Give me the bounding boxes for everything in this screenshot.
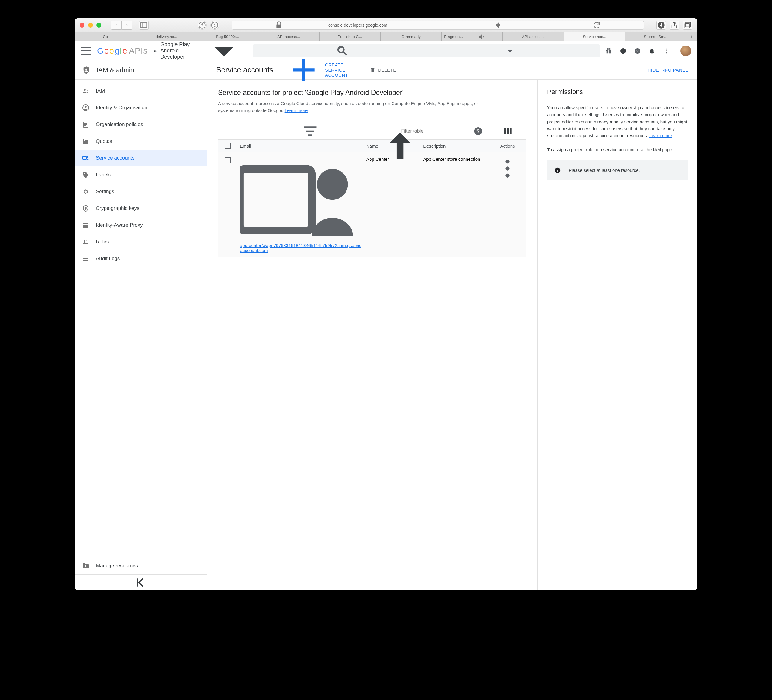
row-actions-button[interactable] bbox=[496, 157, 520, 180]
browser-tab[interactable]: delivery.ac... bbox=[136, 32, 197, 41]
tabs-button[interactable] bbox=[683, 21, 692, 29]
window-minimize-button[interactable] bbox=[88, 23, 93, 28]
collapse-sidebar-button[interactable] bbox=[75, 574, 207, 590]
row-checkbox[interactable] bbox=[225, 157, 231, 163]
sidebar-item-identity-aware-proxy[interactable]: Identity-Aware Proxy bbox=[75, 217, 207, 234]
svg-rect-0 bbox=[141, 23, 147, 27]
learn-more-link[interactable]: Learn more bbox=[649, 133, 672, 138]
sidebar-item-organisation-policies[interactable]: Organisation policies bbox=[75, 116, 207, 133]
gift-icon[interactable] bbox=[605, 47, 612, 54]
browser-tab[interactable]: API access... bbox=[503, 32, 564, 41]
user-avatar[interactable] bbox=[680, 46, 691, 56]
shield-icon bbox=[82, 66, 90, 74]
sidebar-header: IAM & admin bbox=[75, 61, 207, 80]
svg-text:?: ? bbox=[476, 128, 480, 134]
svg-rect-20 bbox=[623, 49, 623, 51]
svg-text:?: ? bbox=[636, 49, 639, 53]
sidebar-item-iam[interactable]: IAM bbox=[75, 83, 207, 100]
column-header-actions: Actions bbox=[496, 144, 520, 149]
svg-point-11 bbox=[154, 51, 155, 52]
share-button[interactable] bbox=[670, 21, 679, 29]
column-header-description[interactable]: Description bbox=[423, 144, 496, 149]
svg-point-5 bbox=[214, 26, 215, 27]
alert-box: Please select at least one resource. bbox=[547, 160, 687, 180]
notifications-icon[interactable] bbox=[649, 47, 655, 54]
project-icon bbox=[154, 48, 157, 54]
sidebar-item-label: Settings bbox=[96, 189, 114, 195]
more-icon[interactable] bbox=[663, 47, 670, 54]
sidebar-toggle-button[interactable] bbox=[139, 21, 149, 29]
sidebar-item-identity-organisation[interactable]: Identity & Organisation bbox=[75, 100, 207, 116]
gear-icon bbox=[82, 188, 89, 195]
sidebar-item-label: IAM bbox=[96, 88, 105, 94]
manage-resources-link[interactable]: Manage resources bbox=[75, 558, 207, 574]
downloads-button[interactable] bbox=[656, 21, 666, 29]
sidebar-item-settings[interactable]: Settings bbox=[75, 183, 207, 200]
learn-more-link[interactable]: Learn more bbox=[285, 108, 308, 113]
select-all-checkbox[interactable] bbox=[225, 143, 231, 149]
reload-icon[interactable] bbox=[550, 21, 644, 29]
browser-tab[interactable]: Bug 59400:... bbox=[197, 32, 258, 41]
window-close-button[interactable] bbox=[80, 23, 85, 28]
service-account-email-link[interactable]: app-center@api-7976831618413465116-75957… bbox=[240, 243, 361, 253]
svg-rect-60 bbox=[510, 128, 512, 134]
new-tab-button[interactable]: + bbox=[686, 32, 697, 41]
sidebar-item-roles[interactable]: Roles bbox=[75, 234, 207, 250]
browser-back-button[interactable]: ‹ bbox=[111, 21, 121, 29]
svg-rect-38 bbox=[85, 141, 86, 143]
google-apis-logo[interactable]: Google APIs bbox=[97, 46, 148, 56]
help-icon[interactable]: ? bbox=[634, 47, 641, 54]
audio-icon bbox=[464, 32, 500, 41]
roles-icon bbox=[82, 238, 89, 245]
svg-rect-58 bbox=[504, 128, 506, 134]
alert-icon[interactable] bbox=[620, 47, 626, 54]
svg-point-26 bbox=[666, 52, 667, 53]
service-accounts-table: ? Email Name Description Actions bbox=[218, 123, 527, 257]
window-zoom-button[interactable] bbox=[96, 23, 101, 28]
section-heading: Service accounts for project 'Google Pla… bbox=[218, 88, 527, 97]
panel-title: Permissions bbox=[547, 88, 687, 96]
browser-url-bar[interactable]: console.developers.google.com bbox=[232, 21, 644, 29]
svg-point-43 bbox=[85, 208, 86, 209]
hide-info-panel-button[interactable]: HIDE INFO PANEL bbox=[648, 67, 688, 72]
browser-tab[interactable]: Grammarly bbox=[381, 32, 442, 41]
table-row: app-center@api-7976831618413465116-75957… bbox=[218, 152, 526, 257]
column-header-email[interactable]: Email bbox=[240, 144, 366, 149]
browser-tab[interactable]: Co bbox=[75, 32, 136, 41]
svg-point-9 bbox=[154, 50, 155, 50]
sidebar-item-label: Roles bbox=[96, 239, 109, 245]
app-header: Google APIs Google Play Android Develope… bbox=[75, 41, 697, 61]
page-toolbar: Service accounts CREATE SERVICE ACCOUNT … bbox=[207, 61, 697, 80]
browser-tab[interactable]: Stores · Sm... bbox=[625, 32, 686, 41]
help-icon[interactable]: ? bbox=[473, 123, 483, 139]
svg-point-17 bbox=[607, 48, 609, 50]
sidebar-item-labels[interactable]: Labels bbox=[75, 167, 207, 183]
content-main: Service accounts for project 'Google Pla… bbox=[207, 80, 537, 590]
sidebar-item-label: Labels bbox=[96, 172, 111, 178]
sidebar-item-quotas[interactable]: Quotas bbox=[75, 133, 207, 150]
sidebar-item-label: Identity-Aware Proxy bbox=[96, 222, 143, 228]
browser-tab-active[interactable]: Service acc... bbox=[564, 32, 625, 41]
url-text: console.developers.google.com bbox=[328, 23, 387, 28]
sidebar-item-service-accounts[interactable]: Service accounts bbox=[75, 150, 207, 167]
sidebar-item-cryptographic-keys[interactable]: Cryptographic keys bbox=[75, 200, 207, 217]
svg-point-27 bbox=[85, 68, 87, 70]
crypto-icon bbox=[82, 205, 89, 212]
info-panel: Permissions You can allow specific users… bbox=[537, 80, 697, 590]
dropdown-icon[interactable] bbox=[426, 44, 594, 57]
delete-button[interactable]: DELETE bbox=[370, 67, 396, 73]
trash-icon bbox=[370, 67, 376, 73]
sidebar-item-audit-logs[interactable]: Audit Logs bbox=[75, 250, 207, 267]
svg-point-49 bbox=[83, 225, 84, 226]
browser-forward-button[interactable]: › bbox=[121, 21, 132, 29]
svg-point-68 bbox=[557, 168, 558, 169]
browser-tab[interactable]: Fragmen... bbox=[442, 32, 503, 41]
svg-rect-13 bbox=[607, 50, 608, 51]
svg-point-64 bbox=[505, 167, 509, 170]
columns-icon[interactable] bbox=[503, 123, 512, 139]
svg-point-31 bbox=[85, 106, 87, 108]
browser-tab[interactable]: API access... bbox=[258, 32, 319, 41]
alert-text: Please select at least one resource. bbox=[569, 168, 640, 173]
nav-menu-button[interactable] bbox=[81, 47, 91, 55]
browser-tab[interactable]: Publish to G... bbox=[319, 32, 381, 41]
